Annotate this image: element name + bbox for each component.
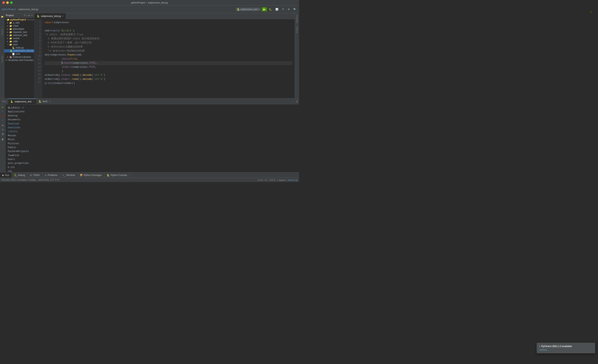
bottom-tab-debug[interactable]: 🐛 Debug	[12, 173, 27, 178]
output-downloads: Downloads	[8, 126, 297, 130]
terminal-tab-icon: >_	[62, 174, 65, 177]
tree-item-jiekeshijian[interactable]: ▶ 📁 jiekeshijian	[4, 27, 34, 31]
run-with-coverage-button[interactable]: 📊	[274, 7, 280, 11]
output-cai: cai	[8, 169, 297, 172]
line-numbers: 1 2 3 4 5 6 7 8 9 10 11 12 13 14 15 16 1…	[34, 19, 42, 98]
soft-wrap-button[interactable]: ≡	[1, 128, 5, 132]
output-library: Library	[8, 130, 297, 133]
tree-item-selenium-test[interactable]: ▶ 📁 selenium_test	[4, 34, 34, 37]
status-message[interactable]: PyCharm 2021.3 available // Update... (2…	[1, 179, 59, 182]
tree-item-urllib[interactable]: ▶ 📁 urllib	[4, 40, 34, 43]
settings-icon[interactable]: ⚙	[28, 14, 30, 17]
status-bar: PyCharm 2021.3 available // Update... (2…	[0, 178, 299, 182]
bottom-tab-problems[interactable]: ⚠ Problems	[42, 173, 60, 178]
run-tab-label-1: subprocess_test	[14, 100, 31, 103]
sciview-label[interactable]: SciView	[295, 25, 299, 35]
code-line-14: stdout = obj.stdout.read().decode('utf-8…	[45, 73, 292, 77]
database-label[interactable]: Database	[295, 13, 299, 25]
tree-item-a-txt[interactable]: 📄 a.txt	[4, 52, 34, 56]
profile-button[interactable]: ⏱	[281, 7, 285, 11]
project-icon[interactable]: 📁	[0, 15, 4, 18]
tree-item-main-py[interactable]: 🐍 main.py	[4, 46, 34, 49]
close-panel-icon[interactable]: ✕	[31, 14, 33, 17]
search-button[interactable]: 🔍	[292, 7, 298, 11]
run-tab-test1[interactable]: 🐍 test1 ✕	[37, 99, 52, 104]
cursor-position[interactable]: 11:14	[257, 179, 263, 181]
code-line-9: obj = subprocess.Popen(cmd,	[45, 53, 292, 57]
bottom-tab-python-packages[interactable]: 📦 Python Packages	[77, 173, 104, 178]
run-output: 输入命令ls ~/ Applications Desktop Documents…	[5, 104, 299, 172]
code-line-6: # PIPE开启了一座桥，在2个进程之间	[45, 41, 292, 45]
content-area: 📁 Structure Favorites Project ⟳ ≡ ⚙ ✕ ▼ …	[0, 13, 299, 98]
encoding[interactable]: UTF-8	[269, 179, 275, 181]
bottom-tab-run[interactable]: ▶ Run	[0, 173, 12, 178]
tree-item-socket[interactable]: ▶ 📁 socket	[4, 37, 34, 40]
tree-item-scratches[interactable]: ✏ Scratches and Consoles	[4, 58, 34, 62]
wrap-output-button[interactable]: ⇌	[1, 124, 5, 127]
stop-button[interactable]: ■	[1, 114, 5, 117]
code-line-8: ▼ # 命令stderr错误输出的结果	[45, 49, 292, 53]
debug-button[interactable]: 🐛	[268, 7, 273, 11]
tree-item-a-utils[interactable]: ▶ 📁 a_utils	[4, 21, 34, 24]
run-tabs: Run: 🐍 subprocess_test ✕ 🐍 test1 ✕ ⚙	[0, 99, 299, 104]
collapse-icon[interactable]: ≡	[26, 14, 27, 17]
settings-button[interactable]: ⚙	[287, 7, 291, 11]
code-line-17	[45, 85, 292, 90]
tab-close-icon[interactable]: ✕	[62, 15, 64, 17]
rerun-button[interactable]: ▶	[1, 105, 5, 109]
file-name[interactable]: subprocess_test.py	[18, 8, 38, 11]
project-panel: Project ⟳ ≡ ⚙ ✕ ▼ 📁 pythonProject ~/Pych…	[4, 13, 34, 98]
tree-item-subprocess-test-py[interactable]: 🐍 subprocess_test.py	[4, 49, 34, 52]
print-button[interactable]: 🖨	[1, 132, 5, 136]
run-configuration[interactable]: 🐍 subprocess_test ▾	[236, 8, 261, 11]
tree-item-external-libraries[interactable]: ▶ 📚 External Libraries	[4, 56, 34, 58]
code-line-5: # 将通过操作系统的 shell 执行指定的命令。	[45, 37, 292, 41]
output-documents: Documents	[8, 118, 297, 122]
output-btxt: b.txt	[8, 165, 297, 169]
output-antx: antx.properties	[8, 161, 297, 165]
run-button[interactable]: ▶	[262, 7, 267, 11]
code-line-12: stderr=subprocess.PIPE,	[45, 65, 292, 69]
main-toolbar: pythonProject › subprocess_test.py 🐍 sub…	[0, 5, 299, 13]
minimize-button[interactable]	[6, 1, 9, 4]
window-controls	[2, 1, 13, 4]
maximize-button[interactable]	[10, 1, 13, 4]
sync-icon[interactable]: ⟳	[24, 14, 25, 17]
output-movies: Movies	[8, 134, 297, 138]
run-settings-icon[interactable]: ⚙	[296, 100, 298, 103]
python-packages-tab-text: Python Packages	[84, 174, 102, 177]
run-tab-subprocess-test[interactable]: 🐍 subprocess_test ✕	[8, 99, 36, 104]
scroll-down-button[interactable]: ↓	[1, 118, 5, 122]
bottom-tab-terminal[interactable]: >_ Terminal	[60, 173, 77, 178]
editor-tab-subprocess-test[interactable]: 🐍 subprocess_test.py ✕	[34, 13, 66, 19]
python-console-tab-text: Python Console	[111, 174, 127, 177]
tree-item-requests-test[interactable]: ▶ 📁 requests_test	[4, 31, 34, 34]
run-tab-close-1[interactable]: ✕	[33, 100, 34, 103]
tree-item-venv[interactable]: ▼ 📁 venv	[4, 43, 34, 46]
tree-root-item[interactable]: ▼ 📁 pythonProject ~/PycharmProjects/pyth…	[4, 18, 34, 21]
code-editor[interactable]: import subprocess cmd = input('输入命令') ▼ …	[42, 19, 295, 98]
structure-icon[interactable]: Structure	[0, 30, 4, 34]
close-button[interactable]	[2, 1, 5, 4]
bottom-tab-todo[interactable]: ☑ TODO	[27, 173, 42, 178]
problems-tab-text: Problems	[48, 174, 58, 177]
status-right: 11:14 LF UTF-8 4 spaces Event Log	[257, 179, 298, 181]
scroll-up-button[interactable]: ↑	[1, 109, 5, 113]
editor-tabs: 🐍 subprocess_test.py ✕	[34, 13, 295, 19]
line-ending[interactable]: LF	[265, 179, 267, 181]
output-users: Users	[8, 157, 297, 161]
project-name[interactable]: pythonProject	[1, 8, 16, 11]
favorites-icon[interactable]: Favorites	[0, 58, 4, 61]
run-tab-close-2[interactable]: ✕	[49, 100, 50, 102]
indent[interactable]: 4 spaces	[277, 179, 286, 181]
code-line-15: stderr = obj.stderr.read().decode('utf-8…	[45, 77, 292, 81]
editor-content[interactable]: 1 2 3 4 5 6 7 8 9 10 11 12 13 14 15 16 1…	[34, 19, 295, 98]
bottom-tabs: ▶ Run 🐛 Debug ☑ TODO ⚠ Problems >_ Termi…	[0, 172, 299, 178]
clear-button[interactable]: 🗑	[1, 137, 5, 141]
code-line-7: # 命令stdout正确输出的结果	[45, 45, 292, 49]
bottom-tab-python-console[interactable]: 🐍 Python Console	[104, 173, 130, 178]
output-pictures: Pictures	[8, 142, 297, 146]
event-log[interactable]: Event Log	[288, 179, 298, 181]
tree-item-crawl[interactable]: ▶ 📁 crawl	[4, 24, 34, 27]
run-label: Run:	[1, 100, 8, 103]
